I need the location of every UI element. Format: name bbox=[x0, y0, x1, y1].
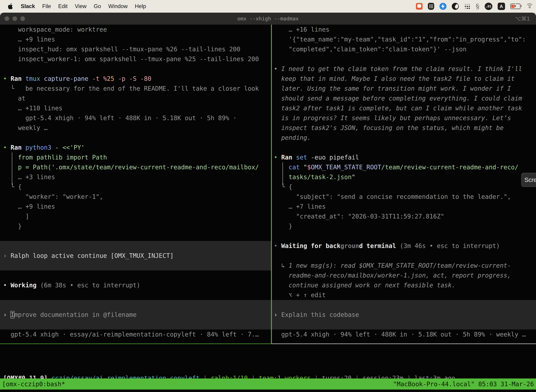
terminal-line: "created_at": "2026-03-31T11:59:27.816Z" bbox=[274, 211, 536, 221]
terminal-line: • Waiting for background terminal (3m 46… bbox=[274, 241, 536, 251]
menu-items: Slack File Edit View Go Window Help bbox=[21, 3, 146, 9]
terminal-line: … +16 lines bbox=[274, 25, 536, 34]
terminal-line: • Ran set -euo pipefail bbox=[274, 152, 536, 162]
terminal-line: task2 after task1 is complete, but can I… bbox=[274, 103, 536, 113]
shield-grid-icon[interactable] bbox=[428, 3, 434, 10]
count-badge-icon[interactable]: ..61 bbox=[485, 3, 492, 10]
terminal-line: … +9 lines bbox=[3, 202, 271, 211]
terminal-line: p = Path('.omx/state/team/review-current… bbox=[3, 162, 271, 172]
terminal-line: gpt-5.4 xhigh · 94% left · 488K in · 5.1… bbox=[274, 330, 536, 339]
terminal-line: inspect task2's JSON, focusing on the st… bbox=[274, 123, 536, 133]
terminal-line: … +7 lines bbox=[274, 202, 536, 211]
terminal-line: weekly … bbox=[3, 123, 271, 133]
menu-item-view[interactable]: View bbox=[75, 3, 86, 9]
terminal-line: ↳ 1 new msg(s): read $OMX_TEAM_STATE_ROO… bbox=[274, 261, 536, 271]
tmux-host-clock: "MacBook-Pro-44.local" 05:03 31-Mar-26 bbox=[393, 381, 534, 387]
terminal-line: • Ran python3 - <<'PY' bbox=[3, 143, 271, 152]
terminal-line bbox=[3, 241, 271, 251]
terminal-line bbox=[274, 231, 536, 241]
prompt-band[interactable]: › Explain this codebase bbox=[272, 300, 536, 330]
terminal-line: } bbox=[274, 221, 536, 231]
terminal-line: from pathlib import Path bbox=[3, 152, 271, 162]
wifi-icon[interactable] bbox=[526, 3, 534, 9]
terminal-line: "subject": "send a concise recommendatio… bbox=[274, 192, 536, 202]
right-terminal-pane[interactable]: … +16 lines '{"team_name":"my-team","tas… bbox=[272, 25, 536, 344]
screenshot-tooltip-label: Scre bbox=[524, 176, 536, 183]
terminal-line: workspace_mode: worktree bbox=[3, 25, 271, 34]
menu-item-go[interactable]: Go bbox=[94, 3, 101, 9]
terminal-line: └ be necessary for the end of the README… bbox=[3, 84, 271, 93]
window-title-bar[interactable]: omx --xhigh --madmax ⌥⌘1 bbox=[0, 13, 536, 25]
terminal-line: └ { bbox=[274, 182, 536, 192]
terminal-line: should send a message before completing … bbox=[274, 93, 536, 103]
terminal-line: "completed","claim_token":"claim-token"}… bbox=[274, 44, 536, 54]
terminal-line: continue assigned work or next feasible … bbox=[274, 280, 536, 290]
terminal-line: › Improve documentation in @filename bbox=[3, 310, 271, 320]
terminal-line: › Explain this codebase bbox=[274, 310, 536, 320]
menu-status-icons: § ..61 A bbox=[416, 0, 534, 13]
terminal-line: gpt-5.4 xhigh · essay/ai-reimplementatio… bbox=[3, 330, 271, 339]
terminal-line: is in progress? It seems likely but perh… bbox=[274, 113, 536, 123]
terminal-line bbox=[3, 231, 271, 241]
terminal-line: … +3 lines bbox=[3, 172, 271, 182]
terminal-line: └ { bbox=[3, 182, 271, 192]
window-shortcut-hint: ⌥⌘1 bbox=[515, 15, 530, 22]
terminal-line: ] bbox=[3, 211, 271, 221]
terminal-line bbox=[3, 64, 271, 74]
crescent-icon[interactable] bbox=[452, 3, 459, 10]
apple-menu-icon[interactable] bbox=[8, 3, 13, 9]
terminal-line bbox=[3, 133, 271, 143]
terminal-line bbox=[274, 320, 536, 330]
terminal-line bbox=[3, 271, 271, 280]
menu-item-app[interactable]: Slack bbox=[21, 3, 35, 9]
terminal-line: • Working (6m 38s • esc to interrupt) bbox=[3, 280, 271, 290]
terminal-line: inspect_worker-1: omx sparkshell --tmux-… bbox=[3, 54, 271, 64]
chat-icon[interactable] bbox=[416, 3, 423, 10]
terminal-line: later. Using the same for transition mig… bbox=[274, 84, 536, 93]
terminal-line: gpt-5.4 xhigh · 94% left · 488K in · 5.1… bbox=[3, 113, 271, 123]
terminal-line bbox=[274, 251, 536, 261]
app-grid-icon[interactable] bbox=[464, 3, 470, 9]
battery-icon[interactable] bbox=[510, 4, 521, 9]
window-title: omx --xhigh --madmax bbox=[0, 16, 536, 22]
terminal-line: pending. bbox=[274, 133, 536, 143]
terminal-line bbox=[274, 143, 536, 152]
terminal-line: readme-and-reco/mailbox/worker-1.json, a… bbox=[274, 271, 536, 280]
prompt-band[interactable]: › Ralph loop active continue [OMX_TMUX_I… bbox=[0, 241, 271, 271]
terminal-line: › Ralph loop active continue [OMX_TMUX_I… bbox=[3, 251, 271, 261]
terminal-line: … +9 lines bbox=[3, 34, 271, 44]
prompt-band[interactable]: › Improve documentation in @filename bbox=[0, 300, 271, 330]
terminal-line: … +110 lines bbox=[3, 103, 271, 113]
terminal-line: keep that in mind. Maybe I also need the… bbox=[274, 74, 536, 84]
terminal-line: • Ran tmux capture-pane -t %25 -p -S -80 bbox=[3, 74, 271, 84]
tmux-status-bar: [omx-cczip0:bash* "MacBook-Pro-44.local"… bbox=[0, 378, 536, 390]
screenshot-tooltip: Scre bbox=[521, 173, 536, 187]
terminal-line: } bbox=[3, 221, 271, 231]
terminal-line bbox=[3, 290, 271, 300]
left-terminal-pane[interactable]: workspace_mode: worktree … +9 lines insp… bbox=[0, 25, 271, 344]
menu-item-help[interactable]: Help bbox=[135, 3, 146, 9]
keychain-icon[interactable]: § bbox=[476, 3, 479, 10]
terminal-line: ⌥ + ↑ edit bbox=[274, 290, 536, 300]
terminal-line: inspect_hud: omx sparkshell --tmux-pane … bbox=[3, 44, 271, 54]
menu-item-window[interactable]: Window bbox=[108, 3, 128, 9]
terminal-line bbox=[274, 54, 536, 64]
tmux-panes: workspace_mode: worktree … +9 lines insp… bbox=[0, 25, 536, 344]
terminal-line bbox=[274, 300, 536, 310]
terminal-line: cat "$OMX_TEAM_STATE_ROOT/team/review-cu… bbox=[274, 162, 536, 172]
input-source-icon[interactable]: A bbox=[498, 3, 505, 10]
tmux-session-label[interactable]: [omx-cczip0:bash* bbox=[2, 381, 65, 387]
menu-item-file[interactable]: File bbox=[42, 3, 51, 9]
terminal-line: at bbox=[3, 93, 271, 103]
terminal-line: "worker": "worker-1", bbox=[3, 192, 271, 202]
bolt-badge-icon[interactable] bbox=[440, 3, 446, 10]
terminal-line: • I need to get the claim token from the… bbox=[274, 64, 536, 74]
terminal-line bbox=[3, 261, 271, 271]
terminal-line bbox=[3, 300, 271, 310]
heredoc-guide-line bbox=[282, 162, 283, 185]
menu-bar: Slack File Edit View Go Window Help § ..… bbox=[0, 0, 536, 13]
terminal-line: tasks/task-2.json" bbox=[274, 172, 536, 182]
terminal-line bbox=[3, 320, 271, 330]
heredoc-guide-line bbox=[12, 152, 12, 185]
menu-item-edit[interactable]: Edit bbox=[58, 3, 67, 9]
